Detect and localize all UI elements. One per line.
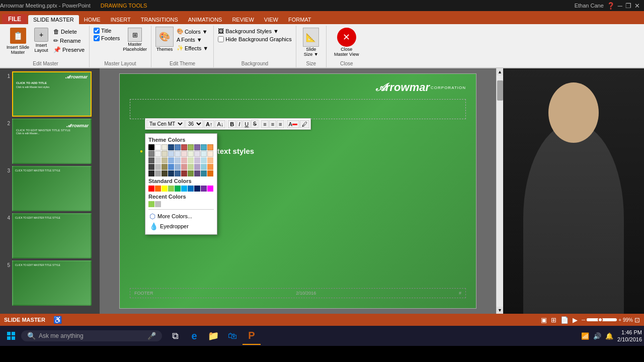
font-size-select[interactable]: 36 bbox=[185, 120, 203, 128]
fonts-btn[interactable]: A Fonts ▼ bbox=[176, 36, 209, 43]
fit-slide-btn[interactable]: ⊡ bbox=[634, 316, 640, 324]
volume-icon[interactable]: 🔊 bbox=[593, 332, 601, 340]
color-dbrown[interactable] bbox=[162, 170, 168, 176]
std-color-green[interactable] bbox=[175, 186, 181, 192]
font-color-btn[interactable]: A bbox=[287, 120, 299, 128]
view-tab[interactable]: VIEW bbox=[259, 15, 283, 24]
color-lgreen1[interactable] bbox=[188, 151, 194, 157]
slide-thumb-1[interactable]: 1 𝒜rrowmar CLICK TO ADD TITLE Click to e… bbox=[2, 71, 98, 117]
task-view-btn[interactable]: ⧉ bbox=[166, 327, 184, 345]
color-mltblue2[interactable] bbox=[201, 164, 207, 170]
color-mltblue[interactable] bbox=[175, 164, 181, 170]
color-tan2[interactable] bbox=[162, 157, 168, 163]
std-color-red[interactable] bbox=[148, 186, 154, 192]
scroll-thumb[interactable] bbox=[497, 80, 503, 101]
std-color-blue[interactable] bbox=[188, 186, 194, 192]
color-morange[interactable] bbox=[207, 164, 213, 170]
color-dteal[interactable] bbox=[201, 170, 207, 176]
slide-size-btn[interactable]: 📐 SlideSize ▼ bbox=[303, 28, 319, 57]
help-btn[interactable]: ❓ bbox=[607, 2, 615, 10]
color-lblue2[interactable] bbox=[175, 151, 181, 157]
master-placeholder-btn[interactable]: ⊞ MasterPlaceholder bbox=[123, 28, 147, 52]
slide-sorter-btn[interactable]: ⊞ bbox=[551, 316, 556, 324]
title-checkbox[interactable] bbox=[94, 28, 100, 34]
network-icon[interactable]: 📶 bbox=[581, 332, 589, 340]
color-dgreen[interactable] bbox=[188, 170, 194, 176]
color-lgray3[interactable] bbox=[155, 170, 161, 176]
color-green[interactable] bbox=[188, 144, 194, 150]
color-mpink[interactable] bbox=[181, 164, 187, 170]
std-color-orange[interactable] bbox=[155, 186, 161, 192]
color-lgray2[interactable] bbox=[155, 157, 161, 163]
italic-btn[interactable]: I bbox=[236, 120, 242, 128]
bold-btn[interactable]: B bbox=[228, 120, 236, 128]
title-checkbox-label[interactable]: Title bbox=[94, 28, 120, 34]
color-pinkish[interactable] bbox=[181, 151, 187, 157]
insert-slide-master-btn[interactable]: 📋 Insert SlideMaster bbox=[5, 27, 31, 56]
color-lavender1[interactable] bbox=[194, 151, 200, 157]
color-black[interactable] bbox=[148, 144, 154, 150]
recent-color-2[interactable] bbox=[155, 201, 161, 207]
slide-master-tab[interactable]: SLIDE MASTER bbox=[28, 15, 79, 24]
color-peach[interactable] bbox=[207, 151, 213, 157]
close-master-view-btn[interactable]: ✕ CloseMaster View bbox=[334, 28, 359, 57]
color-gold[interactable] bbox=[162, 164, 168, 170]
edge-browser-btn[interactable]: e bbox=[185, 327, 203, 345]
std-color-yellow[interactable] bbox=[162, 186, 168, 192]
color-dred[interactable] bbox=[181, 170, 187, 176]
minimize-btn[interactable]: ─ bbox=[618, 2, 622, 10]
hide-bg-checkbox[interactable] bbox=[218, 36, 224, 42]
increase-font-btn[interactable]: A↑ bbox=[204, 120, 214, 128]
format-tab[interactable]: FORMAT bbox=[283, 15, 316, 24]
color-gray1[interactable] bbox=[148, 151, 154, 157]
themes-btn[interactable]: 🎨 Themes bbox=[155, 27, 174, 52]
file-tab[interactable]: FILE bbox=[2, 14, 27, 24]
colors-btn[interactable]: 🎨 Colors ▼ bbox=[176, 28, 209, 35]
slide-thumb-3-box[interactable]: CLICK TO EDIT MASTER TITLE STYLE bbox=[12, 166, 92, 211]
align-left-btn[interactable]: ≡ bbox=[261, 120, 268, 128]
slide-thumb-5-box[interactable]: CLICK TO EDIT MASTER TITLE STYLE bbox=[12, 260, 92, 306]
footers-checkbox-label[interactable]: Footers bbox=[94, 35, 120, 41]
std-color-cyan[interactable] bbox=[181, 186, 187, 192]
color-lblue1[interactable] bbox=[168, 151, 174, 157]
color-mgray[interactable] bbox=[155, 164, 161, 170]
review-tab[interactable]: REVIEW bbox=[227, 15, 259, 24]
preserve-btn[interactable]: 📌 Preserve bbox=[52, 46, 86, 54]
color-blue3[interactable] bbox=[175, 157, 181, 163]
slide-thumb-2[interactable]: 2 𝒜rrowmar CLICK TO EDIT MASTER TITLE ST… bbox=[2, 119, 98, 164]
zoom-in-btn[interactable]: + bbox=[618, 317, 621, 323]
color-blue2[interactable] bbox=[168, 157, 174, 163]
home-tab[interactable]: HOME bbox=[79, 15, 106, 24]
underline-btn[interactable]: U bbox=[243, 120, 251, 128]
scroll-up-btn[interactable]: ▲ bbox=[497, 68, 503, 75]
color-red[interactable] bbox=[181, 144, 187, 150]
color-gray2[interactable] bbox=[148, 157, 154, 163]
vertical-scrollbar[interactable]: ▲ ▼ bbox=[496, 68, 503, 314]
color-mgreen[interactable] bbox=[188, 164, 194, 170]
scroll-down-btn[interactable]: ▼ bbox=[497, 307, 503, 314]
color-light-blue[interactable] bbox=[201, 144, 207, 150]
transitions-tab[interactable]: TRANSITIONS bbox=[136, 15, 183, 24]
file-explorer-btn[interactable]: 📁 bbox=[204, 327, 222, 345]
align-right-btn[interactable]: ≡ bbox=[277, 120, 284, 128]
recent-color-1[interactable] bbox=[148, 201, 154, 207]
delete-btn[interactable]: 🗑 Delete bbox=[52, 28, 86, 36]
color-dgray[interactable] bbox=[148, 164, 154, 170]
insert-layout-btn[interactable]: + InsertLayout bbox=[33, 27, 50, 54]
font-select[interactable]: Tw Cen MT bbox=[146, 120, 185, 128]
slide-thumb-4-box[interactable]: CLICK TO EDIT MASTER TITLE STYLE bbox=[12, 213, 92, 258]
reading-view-btn[interactable]: 📄 bbox=[560, 316, 569, 324]
color-purple[interactable] bbox=[194, 144, 200, 150]
slideshow-btn[interactable]: ▶ bbox=[573, 316, 578, 324]
std-color-navy[interactable] bbox=[194, 186, 200, 192]
slide-thumb-3[interactable]: 3 CLICK TO EDIT MASTER TITLE STYLE bbox=[2, 166, 98, 211]
color-mblue[interactable] bbox=[168, 164, 174, 170]
zoom-out-btn[interactable]: ─ bbox=[582, 317, 585, 323]
restore-btn[interactable]: ❐ bbox=[625, 2, 631, 10]
slide-thumb-4[interactable]: 4 CLICK TO EDIT MASTER TITLE STYLE bbox=[2, 213, 98, 258]
animations-tab[interactable]: ANIMATIONS bbox=[183, 15, 227, 24]
clock-area[interactable]: 1:46 PM 2/10/2016 bbox=[617, 329, 642, 343]
slide-thumb-5[interactable]: 5 CLICK TO EDIT MASTER TITLE STYLE bbox=[2, 260, 98, 306]
color-ltblue2[interactable] bbox=[201, 157, 207, 163]
hide-bg-graphics-btn[interactable]: Hide Background Graphics bbox=[218, 36, 291, 42]
